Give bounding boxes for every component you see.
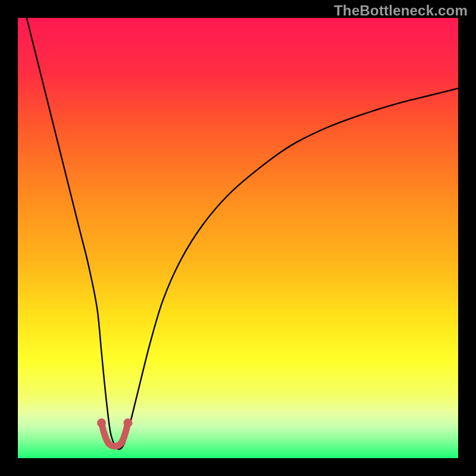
bottleneck-curve: [27, 18, 458, 449]
curve-layer: [18, 18, 458, 458]
chart-frame: TheBottleneck.com: [0, 0, 476, 476]
watermark-label: TheBottleneck.com: [334, 2, 468, 19]
highlight-endpoint-right: [124, 418, 133, 427]
plot-area: [18, 18, 458, 458]
highlight-zone: [102, 423, 128, 446]
highlight-endpoint-left: [97, 418, 106, 427]
